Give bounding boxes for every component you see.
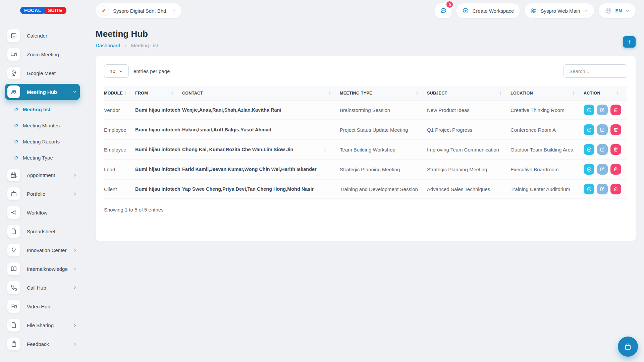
- view-button[interactable]: [584, 105, 594, 115]
- workspace-selector[interactable]: Syspro Digital Sdn. Bhd.: [96, 3, 181, 18]
- chat-button[interactable]: 0: [435, 3, 451, 18]
- delete-button[interactable]: [610, 164, 621, 175]
- language-selector[interactable]: EN: [599, 3, 636, 18]
- shopping-bag-icon: [624, 342, 632, 351]
- delete-button[interactable]: [610, 144, 621, 155]
- sidebar-subitem-meeting-type[interactable]: Meeting Type: [0, 149, 87, 166]
- sidebar-item-feedback[interactable]: Feedback: [0, 335, 87, 353]
- cell-subject: Q1 Project Progress: [427, 127, 511, 133]
- cell-module: Employee: [104, 147, 135, 153]
- chevron-down-icon: [172, 9, 176, 13]
- view-button[interactable]: [584, 164, 594, 175]
- delete-button[interactable]: [610, 124, 621, 135]
- chevron-right-icon: [73, 192, 77, 196]
- table-row: Client Bumi hijau infotech Yap Swee Chen…: [104, 180, 627, 199]
- bullet-icon: [14, 140, 18, 143]
- workspace-logo-icon: [98, 5, 109, 16]
- column-header-module[interactable]: MODULE▲▼: [104, 91, 135, 96]
- sidebar-item-video-hub[interactable]: Video Hub: [0, 297, 87, 316]
- sidebar-subitem-meeting-reports[interactable]: Meeting Reports: [0, 133, 87, 149]
- create-workspace-button[interactable]: Create Workspace: [456, 3, 520, 18]
- sidebar-item-label: Spreadsheet: [27, 229, 55, 234]
- view-button[interactable]: [584, 144, 594, 155]
- search-input[interactable]: [564, 64, 627, 78]
- cell-contact: Yap Swee Cheng,Priya Devi,Tan Cheng Hong…: [182, 186, 340, 192]
- add-meeting-button[interactable]: [623, 36, 636, 48]
- column-header-from[interactable]: FROM▲▼: [135, 91, 182, 96]
- bullet-icon: [14, 124, 18, 127]
- sidebar-item-innovation-center[interactable]: Innovation Center: [0, 241, 87, 259]
- clipboard-icon: [7, 338, 20, 350]
- sidebar-item-label: Zoom Meeting: [27, 52, 59, 57]
- breadcrumb-dashboard-link[interactable]: Dashboard: [96, 43, 120, 48]
- edit-button[interactable]: [597, 164, 608, 175]
- sort-icon: ▲▼: [573, 91, 575, 96]
- create-workspace-label: Create Workspace: [472, 8, 514, 14]
- cell-location: Executive Boardroom: [511, 167, 584, 172]
- cell-meeting-type: Brainstorming Session: [340, 107, 427, 113]
- sidebar-item-call-hub[interactable]: Call Hub: [0, 278, 87, 297]
- app-selector[interactable]: Syspro Web Main: [525, 3, 594, 18]
- cell-module: Vendor: [104, 107, 135, 113]
- main-content: Meeting Hub Dashboard Meeting List 10 en…: [87, 21, 644, 362]
- column-header-contact[interactable]: CONTACT▲▼: [182, 91, 340, 96]
- sidebar-item-internalknowledge[interactable]: Internalknowledge: [0, 259, 87, 278]
- cell-from: Bumi hijau infotech: [135, 127, 182, 132]
- cell-location: Outdoor Team Building Area: [511, 147, 584, 153]
- sidebar-item-spreadsheet[interactable]: Spreadsheet: [0, 222, 87, 241]
- chevron-right-icon: [73, 248, 77, 252]
- delete-button[interactable]: [610, 184, 621, 194]
- video-plus-icon: [7, 300, 20, 313]
- cell-module: Employee: [104, 127, 135, 133]
- chevron-right-icon: [73, 267, 77, 271]
- breadcrumb-current: Meeting List: [131, 43, 158, 48]
- sidebar-item-workflow[interactable]: Workflow: [0, 203, 87, 222]
- app-logo[interactable]: FOCAL SUITE: [20, 7, 87, 14]
- view-button[interactable]: [584, 124, 594, 135]
- sidebar-item-portfolio[interactable]: Portfolio: [0, 184, 87, 203]
- bullet-icon: [14, 108, 18, 111]
- calendar-icon: [7, 29, 20, 42]
- sidebar-subitem-meeting-minutes[interactable]: Meeting Minutes: [0, 117, 87, 133]
- edit-button[interactable]: [597, 105, 608, 115]
- column-header-location[interactable]: LOCATION▲▼: [511, 91, 584, 96]
- cell-actions: [584, 124, 627, 135]
- sidebar-item-meeting-hub[interactable]: Meeting Hub: [0, 82, 87, 101]
- edit-button[interactable]: [597, 184, 608, 194]
- cell-location: Training Center Auditorium: [511, 186, 584, 192]
- sidebar-item-file-sharing[interactable]: File Sharing: [0, 316, 87, 335]
- shop-fab-button[interactable]: [618, 337, 638, 357]
- sidebar-subitem-meeting-list[interactable]: Meeting list: [0, 101, 87, 117]
- cell-from: Bumi hijau infotech: [135, 167, 182, 172]
- entries-per-page-value: 10: [110, 68, 115, 74]
- edit-button[interactable]: [597, 124, 608, 135]
- sidebar-item-appointment[interactable]: Appointment: [0, 166, 87, 184]
- sidebar-item-zoom-meeting[interactable]: Zoom Meeting: [0, 45, 87, 64]
- entries-per-page-select[interactable]: 10: [104, 64, 129, 78]
- sidebar-item-label: Internalknowledge: [27, 266, 68, 272]
- cell-module: Client: [104, 186, 135, 192]
- file-icon: [7, 225, 20, 238]
- view-button[interactable]: [584, 184, 594, 194]
- sidebar-item-label: Workflow: [27, 210, 47, 216]
- language-label: EN: [615, 8, 622, 13]
- column-header-meeting-type[interactable]: MEETING TYPE▲▼: [340, 91, 427, 96]
- sidebar-item-google-meet[interactable]: Google Meet: [0, 64, 87, 82]
- delete-button[interactable]: [610, 105, 621, 115]
- sidebar-item-calender[interactable]: Calender: [0, 26, 87, 45]
- meeting-table: MODULE▲▼ FROM▲▼ CONTACT▲▼ MEETING TYPE▲▼…: [104, 86, 627, 199]
- meeting-list-card: 10 entries per page MODULE▲▼ FROM▲▼ CONT…: [96, 56, 636, 241]
- cell-location: Conference Room A: [511, 127, 584, 133]
- edit-button[interactable]: [597, 144, 608, 155]
- plus-circle-icon: [462, 7, 469, 14]
- table-row: Vendor Bumi hijau infotech Wenjie,Anas,R…: [104, 101, 627, 120]
- grid-plus-icon: [531, 8, 537, 14]
- users-icon: [7, 85, 20, 98]
- column-header-action[interactable]: ACTION▲▼: [584, 91, 627, 96]
- column-header-subject[interactable]: SUBJECT▲▼: [427, 91, 511, 96]
- app-selector-label: Syspro Web Main: [540, 8, 580, 14]
- sidebar-item-label: Meeting Hub: [27, 89, 57, 95]
- logo-suite: SUITE: [43, 7, 67, 14]
- chat-badge: 0: [446, 1, 453, 8]
- sidebar-item-label: Portfolio: [27, 191, 45, 197]
